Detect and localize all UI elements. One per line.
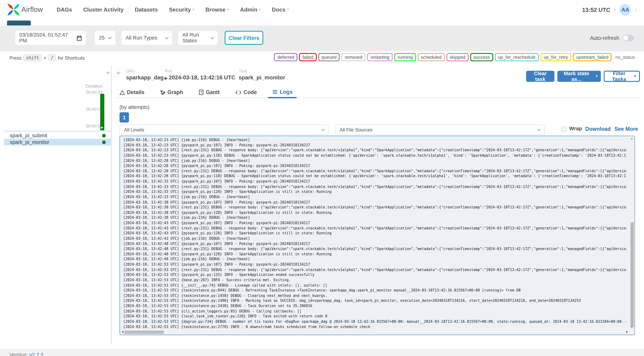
- shift-key: shift: [24, 54, 42, 61]
- legend-row: Press shift + / for Shortcuts deferredfa…: [0, 51, 644, 65]
- chevron-down-icon: ▾: [287, 8, 289, 12]
- nav-item-cluster-activity[interactable]: Cluster Activity: [83, 7, 124, 13]
- log-horizontal-scrollbar[interactable]: ◀ ▶: [120, 330, 629, 334]
- nav-item-docs[interactable]: Docs▾: [272, 7, 289, 13]
- scroll-up-icon[interactable]: ▲: [630, 137, 634, 140]
- filter-tasks-button[interactable]: Filter Tasks ▼: [604, 71, 640, 82]
- warning-triangle-icon: [120, 90, 125, 95]
- by-attempts-label: (by attempts): [120, 104, 150, 110]
- wrap-checkbox[interactable]: [561, 126, 566, 132]
- status-badge-running[interactable]: running: [394, 53, 416, 61]
- tab-logs[interactable]: Logs: [268, 86, 296, 98]
- status-badge-failed[interactable]: failed: [299, 53, 316, 61]
- nav-item-datasets[interactable]: Datasets: [135, 7, 158, 13]
- status-badge-up-for-retry[interactable]: up_for_retry: [540, 53, 571, 61]
- nav-item-label: Admin: [240, 7, 257, 13]
- airflow-logo-icon[interactable]: [7, 3, 20, 17]
- log-line: [2024-03-18, 13:42:28 UTC] {pyspark_pi.p…: [123, 174, 626, 179]
- duration-bar[interactable]: [100, 94, 104, 131]
- tab-details[interactable]: Details: [116, 86, 149, 98]
- scroll-down-icon[interactable]: ▼: [630, 326, 634, 328]
- log-line: [2024-03-18, 13:42:38 UTC] {rest.py:231}…: [123, 205, 626, 210]
- nav-item-security[interactable]: Security▾: [169, 7, 194, 13]
- breadcrumb-run: Run ▶2024-03-18, 13:42:16 UTC: [165, 69, 235, 82]
- auto-refresh-toggle[interactable]: [623, 35, 634, 41]
- chevron-down-icon: ▼: [633, 75, 637, 78]
- clear-filters-button[interactable]: Clear Filters: [224, 31, 263, 45]
- tab-label: Logs: [280, 89, 292, 95]
- brand-name[interactable]: Airflow: [21, 6, 43, 14]
- status-badge-success[interactable]: success: [470, 53, 493, 61]
- nav-item-browse[interactable]: Browse▾: [206, 7, 229, 13]
- log-line: [2024-03-18, 13:42:33 UTC] {pyspark_pi.p…: [123, 179, 626, 184]
- status-badge-skipped[interactable]: skipped: [446, 53, 469, 61]
- download-link[interactable]: Download: [585, 126, 611, 132]
- version-link[interactable]: v2.7.2: [29, 352, 43, 356]
- attempt-1-button[interactable]: 1: [120, 112, 129, 123]
- clock[interactable]: 13:52 UTC: [582, 6, 610, 13]
- breadcrumb-expand-icon[interactable]: »: [116, 69, 120, 76]
- status-badge-restarting[interactable]: restarting: [367, 53, 393, 61]
- tab-code[interactable]: Code: [231, 86, 261, 98]
- task-name: spark_pi_submit: [4, 132, 102, 138]
- status-badge-up-for-reschedule[interactable]: up_for_reschedule: [495, 53, 539, 61]
- scroll-right-icon[interactable]: ▶: [626, 330, 628, 333]
- nav-item-dags[interactable]: DAGs: [56, 7, 72, 13]
- navbar-right: 13:52 UTC ▾ AA ▾: [582, 0, 637, 20]
- log-line: [2024-03-18, 13:42:38 UTC] {pyspark_pi.p…: [123, 210, 626, 215]
- chevron-down-icon: [165, 36, 168, 39]
- nav-item-label: Docs: [272, 7, 286, 13]
- log-line: [2024-03-18, 13:42:53 UTC] {pyspark_pi.p…: [123, 262, 626, 267]
- avatar[interactable]: AA: [620, 4, 631, 15]
- user-chevron-down-icon[interactable]: ▾: [635, 8, 637, 12]
- collapse-sidebar-icon[interactable]: «: [106, 69, 110, 75]
- status-badge-scheduled[interactable]: scheduled: [418, 53, 445, 61]
- code-icon: [235, 90, 242, 95]
- page-size-value: 25: [99, 35, 105, 41]
- tab-label: Graph: [168, 89, 183, 95]
- duration-header: Duration: [86, 83, 103, 88]
- run-types-select[interactable]: All Run Types: [122, 31, 172, 45]
- tab-graph[interactable]: Graph: [156, 86, 187, 98]
- breadcrumb-run-value[interactable]: ▶2024-03-18, 13:42:16 UTC: [165, 75, 235, 81]
- see-more-link[interactable]: See More: [614, 126, 638, 132]
- mark-state-label: Mark state as...: [560, 70, 593, 82]
- log-line: [2024-03-18, 13:42:53 UTC] {taskinstance…: [123, 324, 626, 328]
- log-levels-select[interactable]: All Levels: [120, 124, 329, 135]
- task-row-spark-pi-monitor[interactable]: spark_pi_monitor: [4, 139, 111, 146]
- wrap-label: Wrap: [569, 126, 582, 132]
- breadcrumb-separator: /: [159, 75, 161, 81]
- horizontal-scroll-thumb[interactable]: [124, 330, 164, 334]
- mark-state-button[interactable]: Mark state as... ▼: [557, 71, 601, 82]
- log-line: [2024-03-18, 13:42:23 UTC] {pyspark_pi.p…: [123, 153, 626, 158]
- log-line: [2024-03-18, 13:42:23 UTC] {job.py:216} …: [123, 137, 626, 142]
- clock-chevron-down-icon[interactable]: ▾: [614, 8, 616, 12]
- breadcrumb-separator: /: [233, 75, 235, 81]
- tab-gantt[interactable]: Gantt: [194, 86, 224, 98]
- sidebar-divider[interactable]: [111, 66, 112, 344]
- breadcrumb-dag-value[interactable]: sparkapp_dag: [126, 75, 164, 81]
- filter-bar: 03/18/2024, 01:52:47 PM 25 All Run Types…: [0, 26, 644, 51]
- nav-item-admin[interactable]: Admin▾: [240, 7, 261, 13]
- vertical-scroll-thumb[interactable]: [630, 222, 634, 327]
- status-badge-queued[interactable]: queued: [318, 53, 340, 61]
- run-states-select[interactable]: All Run States: [178, 31, 218, 45]
- file-sources-select[interactable]: All File Sources: [335, 124, 544, 135]
- status-badge-upstream-failed[interactable]: upstream_failed: [573, 53, 612, 61]
- log-vertical-scrollbar[interactable]: ▲ ▼: [630, 136, 634, 329]
- tab-label: Gantt: [206, 89, 220, 95]
- page-size-select[interactable]: 25: [95, 31, 116, 45]
- task-sidebar: « Duration 00:00:37 00:00:18 00:00:00 ▶ …: [4, 66, 111, 345]
- log-line: [2024-03-18, 13:42:53 UTC] {base.py:287}…: [123, 277, 626, 283]
- log-line: [2024-03-18, 13:42:33 UTC] {rest.py:231}…: [123, 184, 626, 189]
- clear-task-button[interactable]: Clear task: [526, 71, 554, 82]
- task-row-spark-pi-submit[interactable]: spark_pi_submit: [4, 132, 111, 139]
- status-badge-deferred[interactable]: deferred: [274, 53, 298, 61]
- logs-icon: [272, 89, 278, 94]
- status-badge-removed[interactable]: removed: [342, 53, 366, 61]
- run-date-input[interactable]: 03/18/2024, 01:52:47 PM: [15, 31, 86, 45]
- breadcrumb-dag: DAG sparkapp_dag: [126, 69, 164, 81]
- breadcrumb-task-value[interactable]: spark_pi_monitor: [238, 75, 285, 81]
- scroll-left-icon[interactable]: ◀: [122, 330, 124, 333]
- log-line: [2024-03-18, 13:42:43 UTC] {job.py:216} …: [123, 236, 626, 241]
